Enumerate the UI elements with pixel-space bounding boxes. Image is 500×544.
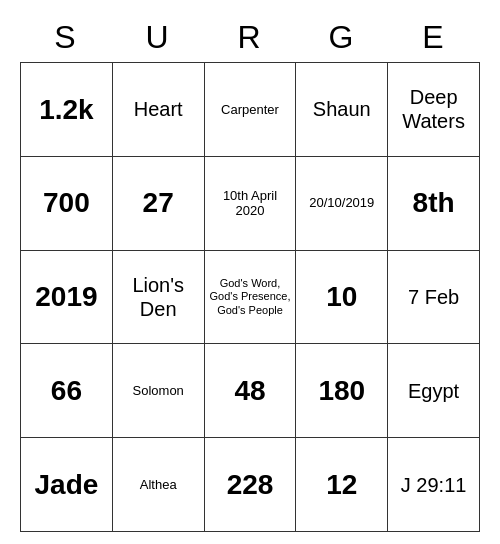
bingo-card: SURGE 1.2kHeartCarpenterShaunDeep Waters… xyxy=(20,12,480,532)
cell-4-2: 228 xyxy=(205,438,297,532)
cell-3-2: 48 xyxy=(205,344,297,438)
cell-1-1: 27 xyxy=(113,157,205,251)
header-letter-U: U xyxy=(112,12,204,62)
cell-4-3: 12 xyxy=(296,438,388,532)
cell-1-4: 8th xyxy=(388,157,480,251)
cell-0-3: Shaun xyxy=(296,63,388,157)
bingo-header: SURGE xyxy=(20,12,480,62)
header-letter-R: R xyxy=(204,12,296,62)
header-letter-E: E xyxy=(388,12,480,62)
header-letter-G: G xyxy=(296,12,388,62)
cell-0-4: Deep Waters xyxy=(388,63,480,157)
cell-1-3: 20/10/2019 xyxy=(296,157,388,251)
cell-2-0: 2019 xyxy=(21,251,113,345)
cell-3-1: Solomon xyxy=(113,344,205,438)
cell-3-3: 180 xyxy=(296,344,388,438)
cell-4-1: Althea xyxy=(113,438,205,532)
cell-0-1: Heart xyxy=(113,63,205,157)
cell-2-4: 7 Feb xyxy=(388,251,480,345)
header-letter-S: S xyxy=(20,12,112,62)
cell-3-4: Egypt xyxy=(388,344,480,438)
cell-4-0: Jade xyxy=(21,438,113,532)
cell-1-0: 700 xyxy=(21,157,113,251)
cell-0-2: Carpenter xyxy=(205,63,297,157)
cell-3-0: 66 xyxy=(21,344,113,438)
cell-0-0: 1.2k xyxy=(21,63,113,157)
cell-1-2: 10th April 2020 xyxy=(205,157,297,251)
cell-4-4: J 29:11 xyxy=(388,438,480,532)
cell-2-1: Lion's Den xyxy=(113,251,205,345)
cell-2-2: God's Word, God's Presence, God's People xyxy=(205,251,297,345)
bingo-grid: 1.2kHeartCarpenterShaunDeep Waters700271… xyxy=(20,62,480,532)
cell-2-3: 10 xyxy=(296,251,388,345)
